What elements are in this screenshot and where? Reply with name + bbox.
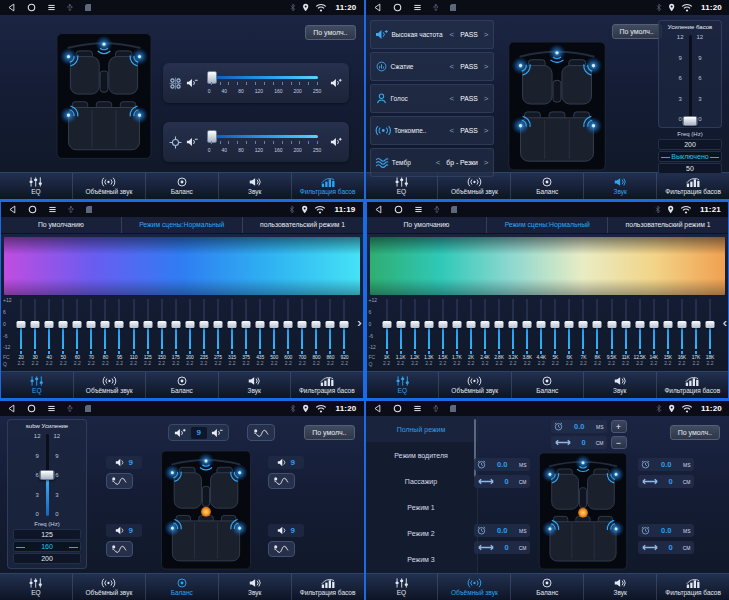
volume-min-icon[interactable] — [186, 137, 199, 147]
back-icon[interactable] — [7, 404, 16, 413]
eq-band-slider[interactable] — [436, 297, 450, 351]
tab-sound[interactable]: Звук — [218, 173, 291, 199]
decrease-delay-button[interactable]: − — [611, 436, 627, 449]
eq-band-slider[interactable] — [239, 297, 253, 351]
eq-band-slider[interactable] — [675, 297, 689, 351]
slider-handle[interactable] — [621, 321, 630, 328]
slider-handle[interactable] — [649, 321, 658, 328]
tab-sound[interactable]: Звук — [218, 574, 291, 600]
default-button[interactable]: По умолч.. — [305, 25, 355, 40]
slider-handle[interactable] — [565, 321, 574, 328]
eq-band-slider[interactable] — [309, 297, 323, 351]
eq-band-slider[interactable] — [422, 297, 436, 351]
eq-band-slider[interactable] — [197, 297, 211, 351]
mode-item[interactable]: Пассажир — [366, 468, 477, 494]
eq-band-slider[interactable] — [450, 297, 464, 351]
bass-boost-slider[interactable]: 129630129630 — [663, 32, 717, 124]
tab-surround[interactable]: Объёмный звук — [72, 574, 145, 600]
freq-option[interactable]: 125 — [13, 529, 81, 540]
next-value-icon[interactable]: > — [484, 126, 489, 135]
tab-balance[interactable]: Баланс — [511, 372, 584, 398]
slider-handle[interactable] — [157, 321, 166, 328]
slider-handle[interactable] — [537, 321, 546, 328]
eq-band-slider[interactable] — [619, 297, 633, 351]
slider-handle[interactable] — [45, 321, 54, 328]
slider-handle[interactable] — [607, 321, 616, 328]
next-value-icon[interactable]: > — [484, 158, 489, 167]
eq-band-slider[interactable] — [267, 297, 281, 351]
eq-band-slider[interactable] — [562, 297, 576, 351]
speaker-curve-button[interactable] — [106, 473, 133, 489]
tab-surround[interactable]: Объёмный звук — [73, 372, 146, 398]
mode-item[interactable]: Режим водителя — [366, 442, 477, 468]
slider-handle[interactable] — [40, 470, 55, 480]
volume-down-icon[interactable] — [211, 428, 224, 438]
eq-band-slider[interactable] — [155, 297, 169, 351]
tab-sound[interactable]: Звук — [583, 574, 656, 600]
home-icon[interactable] — [27, 404, 36, 413]
eq-band-slider[interactable] — [506, 297, 520, 351]
tab-balance[interactable]: Баланс — [510, 173, 583, 199]
level-slider[interactable]: 04080120160200250 — [203, 68, 327, 98]
tab-bass-filter[interactable]: Фильтрация басов — [291, 574, 364, 600]
tab-balance[interactable]: Баланс — [510, 574, 583, 600]
tab-balance[interactable]: Баланс — [145, 372, 218, 398]
tab-bass-filter[interactable]: Фильтрация басов — [656, 574, 729, 600]
slider-handle[interactable] — [143, 321, 152, 328]
slider-handle[interactable] — [298, 321, 307, 328]
eq-band-slider[interactable] — [492, 297, 506, 351]
back-icon[interactable] — [7, 3, 16, 12]
freq-option[interactable]: 200 — [13, 553, 81, 564]
eq-band-slider[interactable] — [281, 297, 295, 351]
volume-min-icon[interactable] — [186, 78, 199, 88]
eq-band-slider[interactable] — [520, 297, 534, 351]
tab-surround[interactable]: Объёмный звук — [437, 574, 510, 600]
tab-bass-filter[interactable]: Фильтрация басов — [291, 173, 364, 199]
segment-user-mode[interactable]: пользовательский режим 1 — [242, 217, 363, 233]
back-icon[interactable] — [373, 404, 382, 413]
eq-band-slider[interactable] — [84, 297, 98, 351]
segment-scene-mode[interactable]: Режим сцены:Нормальный — [121, 217, 242, 233]
eq-band-slider[interactable] — [408, 297, 422, 351]
slider-handle[interactable] — [635, 321, 644, 328]
slider-handle[interactable] — [73, 321, 82, 328]
segment-user-mode[interactable]: пользовательский режим 1 — [607, 217, 728, 233]
default-button[interactable]: По умолч.. — [612, 24, 662, 39]
loudness-curve-button[interactable] — [247, 424, 275, 441]
tab-surround[interactable]: Объёмный звук — [72, 173, 145, 199]
tab-eq[interactable]: EQ — [367, 372, 439, 398]
prev-value-icon[interactable]: < — [450, 126, 455, 135]
eq-band-slider[interactable] — [647, 297, 661, 351]
eq-band-slider[interactable] — [141, 297, 155, 351]
eq-band-slider[interactable] — [605, 297, 619, 351]
tab-balance[interactable]: Баланс — [145, 173, 218, 199]
slider-handle[interactable] — [31, 321, 40, 328]
eq-band-slider[interactable] — [633, 297, 647, 351]
default-button[interactable]: По умолч.. — [304, 425, 354, 440]
slider-handle[interactable] — [256, 321, 265, 328]
eq-band-slider[interactable] — [323, 297, 337, 351]
tab-balance[interactable]: Баланс — [145, 574, 218, 600]
prev-value-icon[interactable]: < — [450, 94, 455, 103]
tab-bass-filter[interactable]: Фильтрация басов — [290, 372, 363, 398]
mode-item[interactable]: Полный режим — [366, 416, 477, 442]
freq-option[interactable]: Выключено — [658, 151, 722, 162]
slider-handle[interactable] — [59, 321, 68, 328]
home-icon[interactable] — [394, 205, 403, 214]
eq-band-slider[interactable] — [478, 297, 492, 351]
eq-band-slider[interactable] — [661, 297, 675, 351]
back-icon[interactable] — [373, 3, 382, 12]
slider-handle[interactable] — [593, 321, 602, 328]
car-interior-view[interactable] — [532, 452, 634, 570]
eq-band-slider[interactable] — [590, 297, 604, 351]
segment-default[interactable]: По умолчанию — [1, 217, 121, 233]
segment-default[interactable]: По умолчанию — [367, 217, 487, 233]
next-value-icon[interactable]: > — [484, 94, 489, 103]
slider-handle[interactable] — [340, 321, 349, 328]
mode-item[interactable]: Режим 1 — [366, 494, 477, 520]
tab-eq[interactable]: EQ — [0, 574, 72, 600]
tab-bass-filter[interactable]: Фильтрация басов — [656, 173, 729, 199]
slider-handle[interactable] — [424, 321, 433, 328]
slider-handle[interactable] — [452, 321, 461, 328]
mode-item[interactable]: Режим 3 — [366, 546, 477, 572]
